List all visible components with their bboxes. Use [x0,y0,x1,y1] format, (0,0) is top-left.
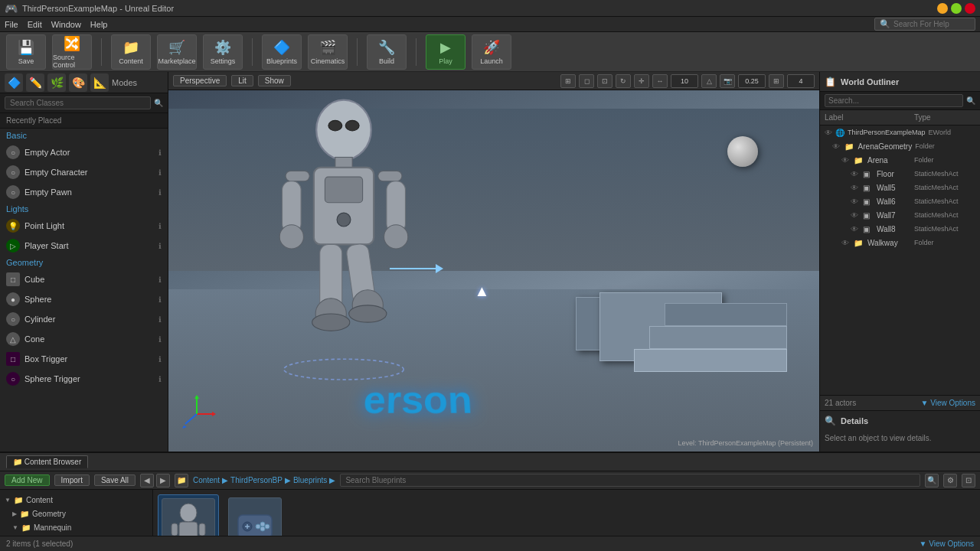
category-lights[interactable]: Lights [0,202,168,216]
mode-geometry[interactable]: 📐 [90,73,109,92]
panel-item-cylinder[interactable]: ○ Cylinder ℹ [0,309,168,329]
cylinder-info[interactable]: ℹ [158,315,162,324]
content-browser-tab[interactable]: 📁 Content Browser [6,455,88,468]
vp-translate-btn[interactable]: ✛ [634,74,649,88]
menu-help[interactable]: Help [90,20,108,29]
outliner-row-arena[interactable]: 👁 📁 Arena Folder [820,153,980,167]
outliner-row-walkway[interactable]: 👁 📁 Walkway Folder [820,236,980,249]
tree-content[interactable]: ▼ 📁 Content [0,493,152,507]
content-search-input[interactable] [340,474,920,487]
sphere-trigger-info[interactable]: ℹ [158,375,162,383]
outliner-row-world[interactable]: 👁 🌐 ThirdPersonExampleMap EWorld [820,126,980,139]
vp-angle-btn[interactable]: △ [701,74,717,88]
settings-button[interactable]: ⚙️ Settings [203,34,243,70]
box-trigger-info[interactable]: ℹ [158,355,162,364]
mode-foliage[interactable]: 🌿 [47,73,66,92]
outliner-row-wall6[interactable]: 👁 ▣ Wall6 StaticMeshAct [820,194,980,208]
vp-scale-btn[interactable]: ↔ [652,74,668,88]
search-classes-input[interactable] [5,96,151,109]
panel-item-cube[interactable]: □ Cube ℹ [0,269,168,289]
content-settings-btn[interactable]: ⚙ [943,474,957,487]
cube-label: Cube [24,275,44,284]
cube-info[interactable]: ℹ [158,276,162,284]
category-geometry[interactable]: Geometry [0,256,168,269]
close-button[interactable] [965,3,975,14]
row-icon-arena: 📁 [854,156,864,165]
add-new-button[interactable]: Add New [5,474,50,486]
vp-grid-btn[interactable]: ⊞ [560,74,576,88]
breadcrumb[interactable]: Content ▶ ThirdPersonBP ▶ Blueprints ▶ [193,476,335,484]
outliner-view-options[interactable]: ▼ View Options [921,399,975,407]
panel-item-empty-actor[interactable]: ○ Empty Actor ℹ [0,142,168,162]
menu-window[interactable]: Window [51,20,81,29]
empty-actor-info[interactable]: ℹ [158,148,162,157]
nav-back-button[interactable]: ◀ [140,474,154,487]
build-button[interactable]: 🔧 Build [367,34,407,70]
outliner-row-wall5[interactable]: 👁 ▣ Wall5 StaticMeshAct [820,181,980,194]
content-item-character[interactable]: ThirdPersonCharacter [158,494,219,536]
snap-input[interactable] [738,74,766,88]
play-button[interactable]: ▶ Play [426,34,466,70]
viewport[interactable]: Perspective Lit Show ⊞ ◻ ⊡ ↻ ✛ ↔ △ 📷 ⊞ [168,72,819,452]
nav-forward-button[interactable]: ▶ [156,474,170,487]
empty-character-info[interactable]: ℹ [158,168,162,177]
cinematics-button[interactable]: 🎬 Cinematics [308,34,348,70]
panel-item-sphere[interactable]: ● Sphere ℹ [0,289,168,309]
outliner-search-input[interactable] [825,94,963,107]
search-help-input[interactable] [893,20,970,28]
menu-edit[interactable]: Edit [28,20,42,29]
point-light-info[interactable]: ℹ [158,222,162,230]
mode-sculpt[interactable]: 🎨 [69,73,87,92]
breadcrumb-thirdpersonbp[interactable]: ThirdPersonBP [230,476,283,484]
breadcrumb-content[interactable]: Content [193,476,220,484]
panel-item-player-start[interactable]: ▷ Player Start ℹ [0,236,168,256]
vp-rotate-btn[interactable]: ↻ [616,74,631,88]
panel-item-sphere-trigger[interactable]: ○ Sphere Trigger ℹ [0,369,168,389]
outliner-row-wall8[interactable]: 👁 ▣ Wall8 StaticMeshAct [820,222,980,236]
content-item-gamemode[interactable]: ThirdPersonGameMode [225,494,285,536]
empty-pawn-info[interactable]: ℹ [158,188,162,197]
content-dock-btn[interactable]: ⊡ [962,474,975,487]
panel-item-box-trigger[interactable]: □ Box Trigger ℹ [0,349,168,369]
save-all-button[interactable]: Save All [94,474,136,486]
perspective-button[interactable]: Perspective [173,75,227,86]
viewport-canvas[interactable]: erson ▲ [168,90,819,452]
vp-camera-speed-btn[interactable]: 📷 [720,74,735,88]
grid-size-input[interactable] [671,74,698,88]
camera-speed-input[interactable] [787,74,815,88]
sphere-info[interactable]: ℹ [158,295,162,304]
outliner-row-arena-geo[interactable]: 👁 📁 ArenaGeometry Folder [820,139,980,153]
cone-info[interactable]: ℹ [158,335,162,344]
content-button[interactable]: 📁 Content [111,34,151,70]
outliner-row-wall7[interactable]: 👁 ▣ Wall7 StaticMeshAct [820,208,980,222]
folder-icon-btn[interactable]: 📁 [175,474,188,487]
tree-mannequin[interactable]: ▼ 📁 Mannequin [0,520,152,534]
category-basic[interactable]: Basic [0,129,168,142]
marketplace-button[interactable]: 🛒 Marketplace [157,34,197,70]
source-control-button[interactable]: 🔀 Source Control [52,34,92,70]
breadcrumb-blueprints[interactable]: Blueprints [293,476,327,484]
blueprints-button[interactable]: 🔷 Blueprints [262,34,302,70]
panel-item-cone[interactable]: △ Cone ℹ [0,329,168,349]
tree-geometry[interactable]: ▶ 📁 Geometry [0,507,152,520]
vp-wireframe-btn[interactable]: ◻ [579,74,594,88]
mode-select[interactable]: 🔷 [5,73,23,92]
content-filter-btn[interactable]: 🔍 [925,474,939,487]
maximize-button[interactable] [951,3,962,14]
launch-button[interactable]: 🚀 Launch [472,34,511,70]
panel-item-point-light[interactable]: 💡 Point Light ℹ [0,216,168,236]
outliner-row-floor[interactable]: 👁 ▣ Floor StaticMeshAct [820,167,980,181]
save-button[interactable]: 💾 Save [6,34,46,70]
vp-settings-btn[interactable]: ⊞ [769,74,784,88]
player-start-info[interactable]: ℹ [158,242,162,250]
content-view-options[interactable]: ▼ View Options [920,540,974,548]
mode-paint[interactable]: ✏️ [26,73,44,92]
import-button[interactable]: Import [54,474,90,486]
minimize-button[interactable] [937,3,948,14]
lit-button[interactable]: Lit [231,75,253,86]
show-button[interactable]: Show [258,75,291,86]
panel-item-empty-character[interactable]: ○ Empty Character ℹ [0,162,168,182]
vp-snap-surface-btn[interactable]: ⊡ [597,74,612,88]
panel-item-empty-pawn[interactable]: ○ Empty Pawn ℹ [0,182,168,202]
menu-file[interactable]: File [5,20,18,29]
